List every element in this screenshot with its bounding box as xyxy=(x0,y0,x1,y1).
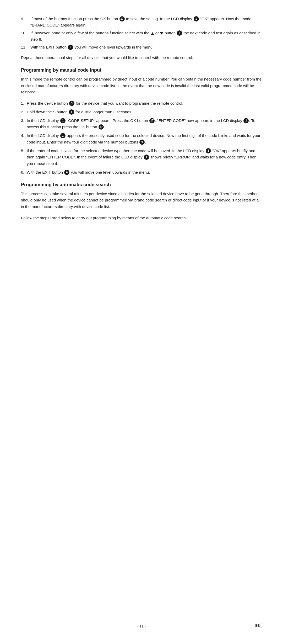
step-9-content: If most of the buttons function press th… xyxy=(30,16,262,28)
page-number: - 11 - xyxy=(137,624,146,628)
circle-6a: 6 xyxy=(68,45,73,50)
circle-1f: 1 xyxy=(144,155,149,160)
s1-step-6-content: With the EXIT button 6 you will move one… xyxy=(27,169,262,176)
step-9: 9. If most of the buttons function press… xyxy=(21,16,262,28)
s1-step-3-content: In the LCD display 1 "CODE SETUP" appear… xyxy=(27,118,262,131)
s1-step-6: 6. With the EXIT button 6 you will move … xyxy=(21,169,262,176)
section1-steps: 1. Press the device button 3 for the dev… xyxy=(21,100,262,176)
circle-6b: 6 xyxy=(64,170,69,175)
step-11-content: With the EXIT button 6 you will move one… xyxy=(30,44,262,50)
s1-step-3: 3. In the LCD display 1 "CODE SETUP" app… xyxy=(21,118,262,131)
s1-step-5-content: If the entered code is valid for the sel… xyxy=(27,148,262,167)
s1-step-2-content: Hold down the S button 4 for a little lo… xyxy=(27,109,262,115)
s1-step-3-num: 3. xyxy=(21,118,27,131)
arrow-up-icon xyxy=(151,32,154,35)
page: 9. If most of the buttons function press… xyxy=(0,0,283,644)
s1-step-1: 1. Press the device button 3 for the dev… xyxy=(21,100,262,107)
s1-step-4-num: 4. xyxy=(21,132,27,146)
circle-4: 4 xyxy=(69,109,74,115)
outer-steps-list: 9. If most of the buttons function press… xyxy=(21,16,262,50)
step-10: 10. If, however, none or only a few of t… xyxy=(21,30,262,42)
step-11-num: 11. xyxy=(21,44,30,50)
section1-heading: Programming by manual code input xyxy=(21,67,262,73)
s1-step-4: 4. In the LCD display 1 appears the pres… xyxy=(21,132,262,146)
section2-heading: Programming by automatic code search xyxy=(21,182,262,188)
circle-9: 9 xyxy=(139,140,145,145)
footer: - 11 - GB xyxy=(21,622,262,628)
repeat-para: Repeat these operational steps for all d… xyxy=(21,55,262,61)
circle-17: 17 xyxy=(119,16,125,22)
circle-1c: 1 xyxy=(243,118,249,123)
country-badge: GB xyxy=(253,623,262,628)
s1-step-2: 2. Hold down the S button 4 for a little… xyxy=(21,109,262,115)
circle-3: 3 xyxy=(69,101,74,106)
circle-1d: 1 xyxy=(60,133,66,138)
circle-1b: 1 xyxy=(60,118,66,123)
step-10-num: 10. xyxy=(21,30,30,42)
s1-step-1-num: 1. xyxy=(21,100,27,107)
circle-17c: 17 xyxy=(99,124,104,130)
step-9-num: 9. xyxy=(21,16,30,28)
s1-step-6-num: 6. xyxy=(21,169,27,176)
arrow-down-icon xyxy=(160,32,163,35)
circle-5: 5 xyxy=(177,30,182,36)
circle-1a: 1 xyxy=(194,16,199,22)
s1-step-5-num: 5. xyxy=(21,148,27,167)
step-10-content: If, however, none or only a few of the b… xyxy=(30,30,262,42)
section2-follow-para: Follow the steps listed below to carry o… xyxy=(21,215,262,221)
s1-step-2-num: 2. xyxy=(21,109,27,115)
s1-step-5: 5. If the entered code is valid for the … xyxy=(21,148,262,167)
section2-intro: This process can take several minutes pe… xyxy=(21,191,262,210)
step-11: 11. With the EXIT button 6 you will move… xyxy=(21,44,262,50)
section1-intro: In this mode the remote control can be p… xyxy=(21,76,262,95)
circle-1e: 1 xyxy=(206,148,211,153)
circle-17b: 17 xyxy=(149,118,155,123)
s1-step-1-content: Press the device button 3 for the device… xyxy=(27,100,262,107)
s1-step-4-content: In the LCD display 1 appears the present… xyxy=(27,132,262,146)
